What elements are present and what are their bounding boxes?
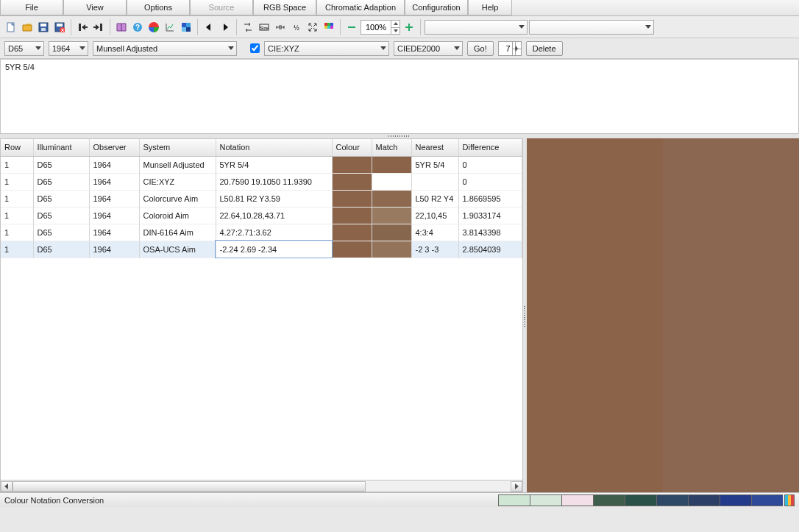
swatch-icon[interactable] [179,20,193,35]
new-file-icon[interactable] [4,20,18,35]
status-swatch[interactable] [656,494,688,506]
graph-icon[interactable] [163,20,177,35]
cell[interactable]: D65 [33,173,89,190]
zoom-input[interactable] [361,23,391,32]
cell[interactable]: 1.8669595 [458,190,522,207]
count-spinner[interactable] [498,41,522,56]
system-select[interactable]: Munsell Adjusted [93,41,237,56]
cell[interactable]: D65 [33,190,89,207]
cell[interactable]: D65 [33,207,89,224]
cell[interactable]: 1964 [89,241,139,258]
scroll-left-icon[interactable] [1,481,13,492]
import-icon[interactable] [75,20,90,35]
horizontal-scrollbar[interactable] [0,480,523,492]
go-button[interactable]: Go! [467,41,494,56]
cell[interactable]: DIN-6164 Aim [139,224,216,241]
cell[interactable]: 1.9033174 [458,207,522,224]
cell[interactable]: -2.24 2.69 -2.34 [216,241,332,258]
header-row[interactable]: Row [1,139,33,156]
cell[interactable]: D65 [33,156,89,173]
table-row[interactable]: 1D651964CIE:XYZ20.7590 19.1050 11.93900 [1,173,522,190]
cell[interactable]: 1 [1,241,33,258]
zoom-out-icon[interactable] [344,20,359,35]
cell-match[interactable] [372,241,411,258]
header-difference[interactable]: Difference [458,139,522,156]
status-swatch[interactable] [561,494,593,506]
zoom-level[interactable] [361,20,400,35]
menu-rgb-space[interactable]: RGB Space [253,0,316,15]
delete-save-icon[interactable] [52,20,67,35]
cell-match[interactable] [372,207,411,224]
cell[interactable]: 4.27:2.71:3.62 [216,224,332,241]
status-swatch[interactable] [751,494,783,506]
scroll-thumb[interactable] [13,481,366,492]
colour-wheel-icon[interactable] [146,20,161,35]
size-icon[interactable]: Size [257,20,271,35]
cell[interactable]: 4:3:4 [411,224,458,241]
cell-colour[interactable] [332,190,372,207]
table-row[interactable]: 1D651964Coloroid Aim22.64,10.28,43.7122,… [1,207,522,224]
zoom-in-icon[interactable] [402,20,416,35]
palette-grip-icon[interactable] [784,494,795,506]
header-colour[interactable]: Colour [332,139,372,156]
expand-icon[interactable] [305,20,320,35]
status-swatch[interactable] [625,494,656,506]
cell[interactable]: 5YR 5/4 [216,156,332,173]
cell[interactable]: L50 R2 Y4 [411,190,458,207]
cell[interactable]: 1964 [89,156,139,173]
cell[interactable]: 1964 [89,207,139,224]
info-icon[interactable]: ? [130,20,145,35]
cell[interactable]: -2 3 -3 [411,241,458,258]
book-icon[interactable] [114,20,129,35]
scroll-right-icon[interactable] [511,481,522,492]
delta-method-select[interactable]: CIEDE2000 [394,41,463,56]
half-icon[interactable]: ½ [289,20,304,35]
status-swatch[interactable] [593,494,625,506]
header-observer[interactable]: Observer [89,139,139,156]
cell-match[interactable] [372,156,411,173]
cell-colour[interactable] [332,224,372,241]
cell[interactable]: Coloroid Aim [139,207,216,224]
results-table[interactable]: Row Illuminant Observer System Notation … [0,138,523,480]
cell-colour[interactable] [332,173,372,190]
cell[interactable]: OSA-UCS Aim [139,241,216,258]
menu-chromatic-adaption[interactable]: Chromatic Adaption [316,0,405,15]
observer-select[interactable]: 1964 [49,41,88,56]
cell[interactable]: 22.64,10.28,43.71 [216,207,332,224]
status-swatch[interactable] [720,494,751,506]
cell-colour[interactable] [332,241,372,258]
cell[interactable]: CIE:XYZ [139,173,216,190]
cell[interactable]: 1 [1,190,33,207]
next-icon[interactable] [218,20,232,35]
status-swatch[interactable] [688,494,720,506]
menu-help[interactable]: Help [468,0,512,15]
cell-colour[interactable] [332,207,372,224]
cell-match[interactable] [372,190,411,207]
cell[interactable]: 1 [1,173,33,190]
cell[interactable]: Colorcurve Aim [139,190,216,207]
cell-colour[interactable] [332,156,372,173]
cell[interactable]: D65 [33,241,89,258]
cell[interactable]: 1964 [89,224,139,241]
header-match[interactable]: Match [372,139,411,156]
colourspace-checkbox-input[interactable] [250,43,260,53]
export-icon[interactable] [91,20,106,35]
cell[interactable]: 2.8504039 [458,241,522,258]
table-row[interactable]: 1D651964Munsell Adjusted5YR 5/45YR 5/40 [1,156,522,173]
cell[interactable]: 0 [458,156,522,173]
colourspace-select[interactable]: CIE:XYZ [264,41,389,56]
cell[interactable]: 1964 [89,190,139,207]
toolbar-combo-1[interactable] [425,20,528,35]
table-row[interactable]: 1D651964OSA-UCS Aim-2.24 2.69 -2.34-2 3 … [1,241,522,258]
compress-h-icon[interactable] [273,20,288,35]
save-icon[interactable] [36,20,51,35]
cell[interactable]: 0 [458,173,522,190]
header-nearest[interactable]: Nearest [411,139,458,156]
cell[interactable]: 1 [1,207,33,224]
cell[interactable]: 22,10,45 [411,207,458,224]
menu-file[interactable]: File [0,0,63,15]
palette-icon[interactable] [322,20,336,35]
colourspace-checkbox[interactable] [250,43,260,53]
cell[interactable]: 1 [1,156,33,173]
table-row[interactable]: 1D651964Colorcurve AimL50.81 R2 Y3.59L50… [1,190,522,207]
